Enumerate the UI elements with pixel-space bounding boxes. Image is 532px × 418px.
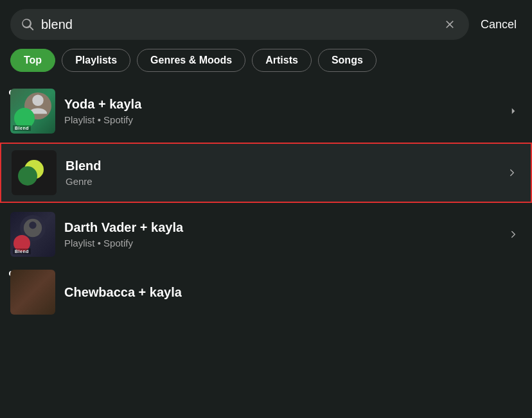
tab-artists[interactable]: Artists bbox=[252, 49, 312, 72]
result-info: Darth Vader + kayla Playlist • Spotify bbox=[64, 220, 496, 248]
result-info: Blend Genre bbox=[66, 159, 495, 187]
list-item[interactable]: Blend Darth Vader + kayla Playlist • Spo… bbox=[0, 205, 532, 263]
close-icon bbox=[443, 18, 456, 31]
filter-tabs: Top Playlists Genres & Moods Artists Son… bbox=[0, 49, 532, 82]
result-list: Blend Yoda + kayla Playlist • Spotify Bl… bbox=[0, 82, 532, 321]
result-info: Chewbacca + kayla bbox=[64, 285, 522, 300]
blend-label: Blend bbox=[13, 125, 31, 131]
chevron-right-icon bbox=[508, 229, 519, 240]
chevron-right-icon bbox=[508, 105, 519, 117]
blend-label: Blend bbox=[13, 248, 31, 254]
list-item[interactable]: Blend Yoda + kayla Playlist • Spotify bbox=[0, 82, 532, 140]
list-item-blend[interactable]: Blend Genre bbox=[0, 143, 532, 203]
search-input[interactable] bbox=[41, 17, 434, 32]
chevron-right-icon bbox=[506, 167, 518, 179]
result-title: Chewbacca + kayla bbox=[64, 285, 522, 300]
result-thumbnail: Blend bbox=[10, 89, 55, 134]
result-subtitle: Genre bbox=[66, 176, 495, 187]
tab-playlists[interactable]: Playlists bbox=[62, 49, 130, 72]
tab-genres-moods[interactable]: Genres & Moods bbox=[137, 49, 245, 72]
cancel-button[interactable]: Cancel bbox=[475, 15, 522, 34]
result-subtitle: Playlist • Spotify bbox=[64, 238, 496, 248]
search-icon bbox=[21, 17, 35, 31]
blend-thumbnail bbox=[12, 150, 57, 195]
search-input-container bbox=[10, 9, 469, 40]
result-info: Yoda + kayla Playlist • Spotify bbox=[64, 97, 496, 125]
list-item[interactable]: Chewbacca + kayla bbox=[0, 263, 532, 321]
green-circle bbox=[18, 166, 37, 186]
chevron-right-button[interactable] bbox=[504, 164, 520, 181]
tab-songs[interactable]: Songs bbox=[318, 49, 377, 72]
result-title: Yoda + kayla bbox=[64, 97, 496, 112]
result-title: Darth Vader + kayla bbox=[64, 220, 496, 235]
result-subtitle: Playlist • Spotify bbox=[64, 114, 496, 125]
tab-top[interactable]: Top bbox=[10, 49, 55, 72]
search-bar: Cancel bbox=[0, 0, 532, 49]
result-thumbnail bbox=[10, 270, 55, 315]
result-title: Blend bbox=[66, 159, 495, 173]
chevron-right-button[interactable] bbox=[505, 226, 522, 243]
chevron-right-button[interactable] bbox=[505, 103, 522, 119]
clear-search-button[interactable] bbox=[441, 15, 459, 33]
result-thumbnail: Blend bbox=[10, 212, 55, 257]
